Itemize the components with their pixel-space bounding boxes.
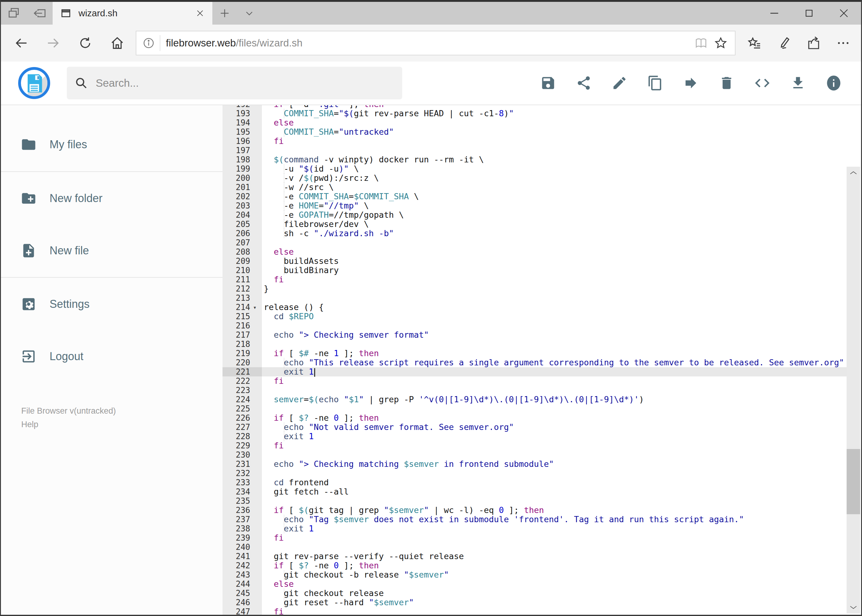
tab-close-icon[interactable] — [193, 6, 207, 20]
code-line[interactable] — [262, 404, 848, 413]
code-line[interactable]: cd $REPO — [262, 312, 848, 321]
close-window-button[interactable] — [826, 2, 861, 25]
code-line[interactable]: git checkout -b release "$semver" — [262, 570, 848, 580]
code-line[interactable] — [262, 386, 848, 395]
code-line[interactable]: } — [262, 284, 848, 293]
maximize-button[interactable] — [791, 2, 826, 25]
set-tabs-aside-button[interactable] — [27, 2, 53, 25]
scrollbar-down-arrow-icon[interactable] — [846, 601, 860, 614]
code-line[interactable]: buildBinary — [262, 266, 848, 275]
tabs-preview-button[interactable] — [1, 2, 27, 25]
copy-button[interactable] — [645, 73, 665, 93]
code-line[interactable]: fi — [262, 137, 848, 146]
code-line[interactable]: exit 1 — [262, 524, 848, 533]
move-button[interactable] — [681, 73, 701, 93]
edit-source-code-button[interactable] — [752, 73, 772, 93]
code-line[interactable]: -e COMMIT_SHA=$COMMIT_SHA \ — [262, 192, 848, 201]
code-line[interactable]: if [ $(git tag | grep "$semver" | wc -l)… — [262, 506, 848, 515]
back-button[interactable] — [5, 28, 37, 58]
favorites-hub-icon[interactable] — [740, 28, 769, 58]
code-line[interactable]: -w //src \ — [262, 183, 848, 192]
code-line[interactable]: COMMIT_SHA="untracked" — [262, 127, 848, 137]
save-button[interactable] — [538, 73, 558, 93]
download-button[interactable] — [788, 73, 808, 93]
code-line[interactable]: if [ $? -ne 0 ]; then — [262, 413, 848, 423]
page-scrollbar[interactable] — [846, 167, 860, 614]
code-line[interactable]: release () { — [262, 303, 848, 312]
code-line[interactable] — [262, 293, 848, 303]
code-line[interactable]: -v /$(pwd):/src:z \ — [262, 173, 848, 183]
filebrowser-logo[interactable] — [18, 67, 50, 99]
code-line[interactable] — [262, 321, 848, 330]
add-favorite-star-icon[interactable] — [711, 36, 731, 50]
site-info-icon[interactable] — [141, 37, 157, 49]
code-line[interactable]: exit 1 — [262, 367, 848, 376]
minimize-button[interactable] — [757, 2, 791, 25]
code-line[interactable]: git checkout release — [262, 589, 848, 598]
code-line[interactable] — [262, 497, 848, 506]
code-line[interactable]: filebrowser/dev \ — [262, 220, 848, 229]
home-button[interactable] — [101, 28, 133, 58]
sidebar-item-my-files[interactable]: My files — [1, 131, 222, 158]
code-line[interactable]: semver=$(echo "$1" | grep -P '^v(0|[1-9]… — [262, 395, 848, 404]
share-page-icon[interactable] — [799, 28, 829, 58]
code-line[interactable]: buildAssets — [262, 256, 848, 266]
new-tab-button[interactable] — [212, 2, 237, 25]
code-line[interactable]: fi — [262, 441, 848, 450]
code-line[interactable]: else — [262, 118, 848, 127]
code-editor[interactable]: 1921931941951961971981992002012022032042… — [222, 105, 848, 615]
code-line[interactable]: fi — [262, 533, 848, 542]
code-line[interactable]: echo "Not valid semver format. See semve… — [262, 423, 848, 432]
url-field[interactable]: filebrowser.web/files/wizard.sh — [136, 31, 736, 55]
code-line[interactable]: exit 1 — [262, 432, 848, 441]
sidebar-item-logout[interactable]: Logout — [1, 343, 222, 370]
browser-menu-ellipsis-icon[interactable] — [829, 28, 858, 58]
help-link[interactable]: Help — [21, 418, 222, 431]
code-line[interactable]: cd frontend — [262, 478, 848, 487]
share-button[interactable] — [574, 73, 594, 93]
code-line[interactable]: fi — [262, 376, 848, 386]
refresh-button[interactable] — [69, 28, 101, 58]
code-line[interactable]: echo "> Checking matching $semver in fro… — [262, 459, 848, 469]
code-line[interactable] — [262, 238, 848, 247]
code-line[interactable]: -u "$(id -u)" \ — [262, 164, 848, 173]
code-line[interactable]: fi — [262, 275, 848, 284]
code-line[interactable]: git reset --hard "$semver" — [262, 598, 848, 607]
code-line[interactable] — [262, 146, 848, 155]
code-line[interactable]: $(command -v winpty) docker run --rm -it… — [262, 155, 848, 164]
scrollbar-up-arrow-icon[interactable] — [846, 167, 860, 179]
ink-pen-icon[interactable] — [769, 28, 799, 58]
code-line[interactable]: fi — [262, 607, 848, 615]
code-line[interactable]: COMMIT_SHA="$(git rev-parse HEAD | cut -… — [262, 109, 848, 118]
code-line[interactable]: sh -c "./wizard.sh -b" — [262, 229, 848, 238]
sidebar-item-new-folder[interactable]: New folder — [1, 185, 222, 212]
code-line[interactable]: echo "Tag $semver does not exist in subm… — [262, 515, 848, 524]
code-line[interactable]: echo "> Checking semver format" — [262, 330, 848, 339]
code-line[interactable]: if [ $? -ne 0 ]; then — [262, 561, 848, 570]
code-line[interactable] — [262, 450, 848, 459]
forward-button[interactable] — [37, 28, 69, 58]
browser-tab[interactable]: wizard.sh — [53, 2, 212, 25]
code-line[interactable] — [262, 542, 848, 552]
sidebar-item-new-file[interactable]: New file — [1, 237, 222, 264]
scrollbar-thumb[interactable] — [846, 449, 860, 514]
search-box[interactable] — [67, 67, 402, 99]
edit-button[interactable] — [609, 73, 630, 93]
code-line[interactable]: -e GOPATH=//tmp/gopath \ — [262, 211, 848, 220]
reading-view-icon[interactable] — [691, 36, 711, 50]
code-line[interactable]: git fetch --all — [262, 487, 848, 497]
code-line[interactable]: echo "This release script requires a sin… — [262, 358, 848, 367]
code-line[interactable]: else — [262, 580, 848, 589]
code-line[interactable]: if [ $# -ne 1 ]; then — [262, 349, 848, 358]
code-line[interactable] — [262, 339, 848, 349]
code-line[interactable]: else — [262, 247, 848, 256]
tab-list-chevron-icon[interactable] — [237, 2, 262, 25]
editor-code-area[interactable]: if [ -d ".git" ]; then COMMIT_SHA="$(git… — [262, 105, 848, 615]
code-line[interactable]: -e HOME="//tmp" \ — [262, 201, 848, 211]
search-input[interactable] — [96, 77, 373, 89]
code-line[interactable] — [262, 469, 848, 478]
sidebar-item-settings[interactable]: Settings — [1, 291, 222, 317]
delete-button[interactable] — [717, 73, 737, 93]
code-line[interactable]: git rev-parse --verify --quiet release — [262, 552, 848, 561]
fold-toggle-icon[interactable]: ▾ — [250, 303, 259, 312]
